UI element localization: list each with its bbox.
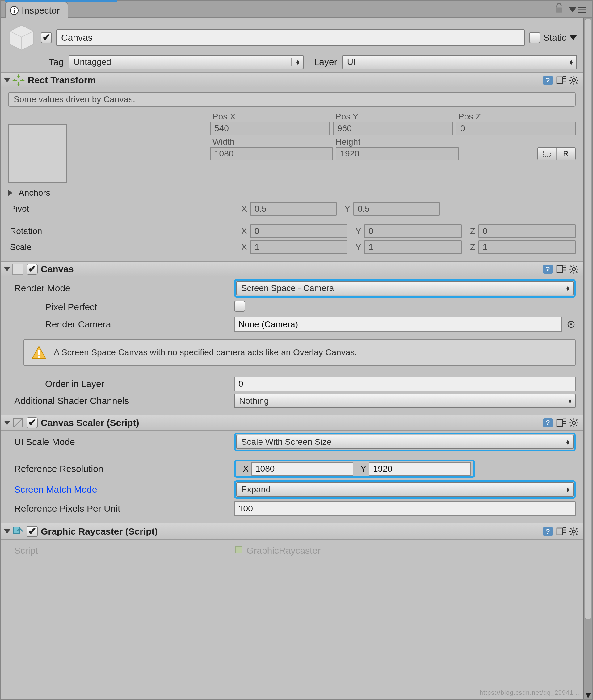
- canvas-body: Render Mode Screen Space - Camera ▴▾ Pix…: [1, 277, 583, 415]
- preset-icon[interactable]: [556, 418, 566, 428]
- object-picker-icon[interactable]: [566, 320, 576, 329]
- posz-field[interactable]: 0: [456, 122, 576, 135]
- svg-rect-62: [557, 528, 562, 535]
- shader-label: Additional Shader Channels: [8, 396, 230, 406]
- scroll-down-icon[interactable]: ▼: [584, 691, 592, 699]
- rot-z[interactable]: 0: [478, 224, 576, 238]
- pivot-x[interactable]: 0.5: [250, 202, 337, 216]
- svg-rect-48: [557, 420, 562, 426]
- svg-line-39: [576, 266, 577, 267]
- ppu-field[interactable]: 100: [234, 501, 576, 516]
- scale-z[interactable]: 1: [478, 240, 576, 254]
- match-mode-label: Screen Match Mode: [8, 484, 230, 495]
- svg-line-57: [570, 420, 572, 421]
- preset-icon[interactable]: [556, 527, 566, 536]
- help-icon[interactable]: ?: [543, 418, 553, 428]
- canvas-header[interactable]: Canvas ?: [1, 261, 583, 277]
- highlight: Screen Space - Camera ▴▾: [234, 279, 576, 298]
- static-dropdown-icon[interactable]: [569, 35, 577, 40]
- panel-menu-icon[interactable]: [569, 6, 586, 13]
- rot-y[interactable]: 0: [364, 224, 462, 238]
- scale-mode-label: UI Scale Mode: [8, 437, 230, 447]
- blueprint-raw-buttons[interactable]: R: [538, 147, 576, 161]
- tab-title: Inspector: [22, 5, 60, 16]
- scaler-enable-checkbox[interactable]: [27, 417, 38, 428]
- layer-dropdown[interactable]: UI ▴▾: [342, 55, 577, 69]
- inspector-tab[interactable]: i Inspector: [5, 2, 68, 18]
- script-value: GraphicRaycaster: [246, 545, 321, 556]
- pivot-y[interactable]: 0.5: [353, 202, 440, 216]
- gameobject-icon[interactable]: [7, 23, 36, 52]
- help-icon[interactable]: ?: [543, 75, 553, 85]
- tag-dropdown[interactable]: Untagged ▴▾: [69, 55, 303, 69]
- gear-icon[interactable]: [569, 527, 579, 536]
- height-field[interactable]: 1920: [336, 147, 458, 161]
- height-label: Height: [333, 137, 453, 147]
- help-icon[interactable]: ?: [543, 527, 553, 536]
- script-icon: [234, 545, 243, 557]
- pixel-perfect-checkbox[interactable]: [234, 301, 245, 312]
- highlight: Expand ▴▾: [234, 480, 576, 499]
- ref-y-field[interactable]: 1920: [369, 462, 471, 476]
- rect-transform-header[interactable]: Rect Transform ?: [1, 72, 583, 88]
- svg-marker-12: [12, 79, 15, 82]
- component-title: Graphic Raycaster (Script): [41, 526, 158, 537]
- foldout-icon[interactable]: [4, 421, 10, 425]
- gear-icon[interactable]: [569, 418, 579, 428]
- scale-y[interactable]: 1: [364, 240, 462, 254]
- order-label: Order in Layer: [8, 379, 230, 389]
- ref-res-label: Reference Resolution: [8, 464, 230, 474]
- width-label: Width: [210, 137, 330, 147]
- tag-layer-row: Tag Untagged ▴▾ Layer UI ▴▾: [1, 54, 583, 72]
- preset-icon[interactable]: [556, 75, 566, 85]
- render-mode-dropdown[interactable]: Screen Space - Camera ▴▾: [236, 281, 574, 295]
- render-camera-field[interactable]: None (Camera): [234, 317, 562, 332]
- svg-line-47: [13, 419, 22, 427]
- help-icon[interactable]: ?: [543, 264, 553, 274]
- gear-icon[interactable]: [569, 264, 579, 274]
- canvas-scaler-body: UI Scale Mode Scale With Screen Size ▴▾ …: [1, 431, 583, 523]
- scale-x[interactable]: 1: [250, 240, 348, 254]
- blueprint-button[interactable]: [538, 147, 557, 160]
- scale-mode-dropdown[interactable]: Scale With Screen Size ▴▾: [236, 435, 574, 449]
- svg-rect-0: [556, 8, 562, 13]
- posy-field[interactable]: 960: [333, 122, 453, 135]
- rot-x[interactable]: 0: [250, 224, 348, 238]
- vertical-scrollbar[interactable]: ▲ ▼: [583, 18, 592, 699]
- watermark: https://blog.csdn.net/qq_29941...: [480, 689, 580, 696]
- svg-line-58: [576, 425, 577, 426]
- svg-point-18: [572, 79, 576, 82]
- lock-icon[interactable]: [555, 3, 563, 16]
- posy-label: Pos Y: [333, 112, 453, 122]
- foldout-icon[interactable]: [4, 78, 10, 82]
- scrollbar-thumb[interactable]: [585, 19, 591, 619]
- gear-icon[interactable]: [569, 75, 579, 85]
- anchor-preset-button[interactable]: [8, 124, 67, 183]
- graphic-raycaster-icon: [12, 525, 24, 538]
- graphic-raycaster-header[interactable]: Graphic Raycaster (Script) ?: [1, 523, 583, 540]
- preset-icon[interactable]: [556, 264, 566, 274]
- component-title: Canvas: [41, 264, 74, 274]
- foldout-icon[interactable]: [4, 529, 10, 534]
- raw-button[interactable]: R: [557, 147, 575, 160]
- ref-x-field[interactable]: 1080: [251, 462, 353, 476]
- svg-rect-14: [557, 77, 562, 84]
- enable-checkbox[interactable]: [41, 32, 52, 43]
- foldout-icon[interactable]: [4, 267, 10, 271]
- posz-label: Pos Z: [456, 112, 576, 122]
- shader-channels-dropdown[interactable]: Nothing ▴▾: [234, 394, 576, 408]
- canvas-scaler-header[interactable]: Canvas Scaler (Script) ?: [1, 415, 583, 431]
- object-name-field[interactable]: Canvas: [56, 29, 525, 46]
- width-field[interactable]: 1080: [210, 147, 332, 161]
- canvas-enable-checkbox[interactable]: [27, 264, 38, 275]
- svg-rect-27: [544, 151, 550, 157]
- raycaster-enable-checkbox[interactable]: [27, 526, 38, 537]
- svg-line-59: [576, 420, 577, 421]
- static-checkbox[interactable]: [529, 32, 540, 43]
- highlight: X 1080 Y 1920: [234, 460, 475, 478]
- match-mode-dropdown[interactable]: Expand ▴▾: [236, 482, 574, 496]
- foldout-icon[interactable]: [8, 190, 12, 196]
- posx-field[interactable]: 540: [210, 122, 330, 135]
- tag-label: Tag: [49, 57, 64, 67]
- order-field[interactable]: 0: [234, 377, 576, 391]
